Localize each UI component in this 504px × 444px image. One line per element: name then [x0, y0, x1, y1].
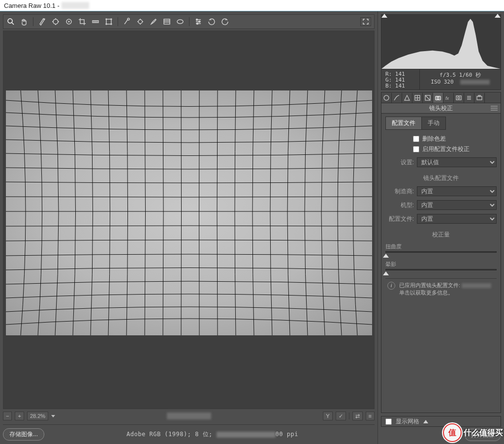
lens-tab-icon[interactable]: [433, 93, 443, 103]
adjustment-brush-tool-icon[interactable]: [149, 17, 158, 26]
distortion-slider-row: 扭曲度: [385, 243, 497, 253]
preview-options-icon[interactable]: ≡: [366, 412, 375, 420]
built-in-profile-info[interactable]: i 已应用内置镜头配置文件: 单击以获取更多信息。: [385, 278, 497, 298]
preview-checkmark-icon[interactable]: ✓: [336, 412, 346, 420]
profile-select[interactable]: 内置: [417, 214, 497, 224]
calibration-tab-icon[interactable]: [454, 93, 464, 103]
zoom-tool-icon[interactable]: [6, 17, 15, 26]
svg-marker-35: [381, 19, 501, 69]
color-sampler-tool-icon[interactable]: [51, 17, 60, 26]
manual-subtab[interactable]: 手动: [422, 117, 446, 130]
svg-rect-25: [164, 19, 170, 24]
b-value: B: 141: [385, 83, 415, 89]
snapshots-tab-icon[interactable]: [474, 93, 485, 103]
vignette-label: 晕影: [385, 261, 497, 268]
vignette-thumb-icon[interactable]: [383, 271, 389, 275]
filename-blur: [62, 2, 89, 9]
panel-tab-strip: fx: [381, 92, 501, 103]
image-preview-area[interactable]: [3, 30, 375, 409]
footer-bar: 存储图像... Adobe RGB (1998); 8 位; 00 ppi: [3, 424, 375, 441]
info-icon: i: [387, 282, 395, 290]
app-body: − + 28.2% Y ✓ ⇄ ≡ 存储图像... Adobe RGB (199…: [0, 11, 504, 444]
workflow-text: Adobe RGB (1998); 8 位;: [126, 431, 216, 438]
histogram[interactable]: [381, 14, 501, 69]
setup-label: 设置:: [385, 158, 414, 167]
model-select[interactable]: 内置: [417, 200, 497, 210]
show-grid-label: 显示网格: [396, 417, 419, 426]
model-label: 机型:: [385, 201, 414, 209]
hsl-tab-icon[interactable]: [412, 93, 423, 103]
radial-filter-tool-icon[interactable]: [176, 17, 185, 26]
window-titlebar: Camera Raw 10.1 -: [0, 0, 504, 11]
svg-point-33: [199, 21, 200, 23]
grid-opacity-icon[interactable]: [423, 420, 428, 423]
preview-mode-y-icon[interactable]: Y: [323, 412, 332, 420]
save-image-button[interactable]: 存储图像...: [3, 428, 44, 441]
correction-heading: 校正量: [385, 231, 497, 239]
redeye-tool-icon[interactable]: [136, 17, 145, 26]
crop-tool-icon[interactable]: [78, 17, 87, 26]
info-text: 已应用内置镜头配置文件: 单击以获取更多信息。: [399, 282, 495, 297]
panel-menu-icon[interactable]: [491, 106, 498, 111]
split-tone-tab-icon[interactable]: [423, 93, 433, 103]
zoom-in-icon[interactable]: +: [15, 412, 24, 420]
distortion-label: 扭曲度: [385, 243, 497, 250]
profile-subtab[interactable]: 配置文件: [385, 117, 422, 130]
watermark: 值 什么值得买: [443, 423, 503, 442]
zoom-out-icon[interactable]: −: [3, 412, 12, 420]
curve-tab-icon[interactable]: [392, 93, 402, 103]
status-blur: [167, 413, 211, 419]
distortion-thumb-icon[interactable]: [383, 254, 389, 258]
vignette-slider[interactable]: [385, 269, 497, 270]
remove-ca-row: 删除色差: [413, 135, 497, 143]
zoom-level[interactable]: 28.2%: [27, 412, 48, 420]
svg-rect-14: [106, 19, 111, 24]
svg-point-16: [111, 19, 112, 20]
show-grid-checkbox[interactable]: [385, 418, 392, 425]
maker-select[interactable]: 内置: [417, 186, 497, 196]
preview-swap-icon[interactable]: ⇄: [352, 412, 363, 420]
spot-removal-tool-icon[interactable]: [123, 17, 131, 26]
presets-tab-icon[interactable]: [464, 93, 474, 103]
preferences-icon[interactable]: [194, 17, 203, 26]
tool-separator: [118, 17, 118, 26]
metadata-readout: R: 141 G: 141 B: 141 f/3.5 1/60 秒 ISO 32…: [381, 69, 501, 90]
svg-point-19: [127, 18, 129, 20]
svg-point-28: [177, 20, 183, 24]
highlight-clip-icon[interactable]: [495, 14, 501, 18]
graduated-filter-tool-icon[interactable]: [162, 17, 171, 26]
setup-select[interactable]: 默认值: [417, 157, 497, 167]
lens-blur: [460, 80, 490, 85]
svg-line-41: [425, 95, 430, 100]
detail-tab-icon[interactable]: [402, 93, 412, 103]
basic-tab-icon[interactable]: [381, 93, 392, 103]
fullscreen-toggle-icon[interactable]: [360, 17, 371, 26]
rotate-ccw-icon[interactable]: [207, 17, 216, 26]
left-column: − + 28.2% Y ✓ ⇄ ≡ 存储图像... Adobe RGB (199…: [0, 11, 378, 444]
effects-tab-icon[interactable]: fx: [443, 93, 454, 103]
lens-subtabs: 配置文件 手动: [385, 117, 497, 130]
svg-point-15: [106, 19, 107, 20]
panel-title-text: 镜头校正: [429, 104, 453, 113]
enable-profile-checkbox[interactable]: [413, 146, 419, 152]
exposure-value: f/3.5 1/60 秒: [424, 71, 497, 79]
svg-rect-51: [478, 95, 480, 96]
shadow-clip-icon[interactable]: [381, 14, 387, 18]
camera-settings: f/3.5 1/60 秒 ISO 320: [420, 69, 501, 89]
svg-rect-45: [456, 96, 461, 100]
rotate-cw-icon[interactable]: [220, 17, 229, 26]
workflow-blur: [217, 432, 276, 438]
straighten-tool-icon[interactable]: [91, 17, 100, 26]
transform-tool-icon[interactable]: [104, 17, 113, 26]
white-balance-tool-icon[interactable]: [38, 17, 47, 26]
hand-tool-icon[interactable]: [20, 17, 29, 26]
svg-rect-50: [477, 96, 482, 100]
targeted-adjust-tool-icon[interactable]: [64, 17, 73, 26]
tool-separator: [189, 17, 189, 26]
workflow-info[interactable]: Adobe RGB (1998); 8 位; 00 ppi: [50, 430, 375, 439]
svg-text:fx: fx: [445, 96, 449, 101]
remove-ca-checkbox[interactable]: [413, 136, 419, 142]
svg-point-0: [8, 19, 12, 23]
zoom-dropdown-icon[interactable]: [51, 415, 55, 417]
distortion-slider[interactable]: [385, 251, 497, 253]
